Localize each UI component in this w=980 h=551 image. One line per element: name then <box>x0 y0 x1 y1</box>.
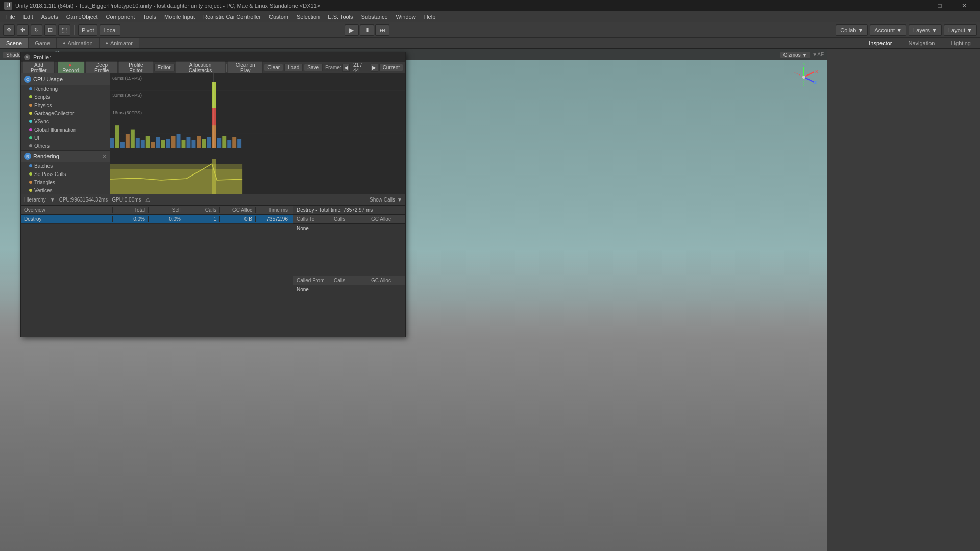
cpu-vsync-item[interactable]: VSync <box>21 117 110 126</box>
editor-btn[interactable]: Editor <box>154 64 175 71</box>
called-from-section: Called From Calls GC Alloc None <box>293 276 405 337</box>
svg-rect-43 <box>110 169 242 194</box>
add-profiler-btn[interactable]: Add Profiler <box>23 61 55 74</box>
fps-33-label: 33ms (30FPS) <box>112 93 142 98</box>
physics-dot <box>29 104 32 107</box>
cpu-section: C CPU Usage Rendering Scripts <box>21 73 110 151</box>
menu-substance[interactable]: Substance <box>357 13 392 21</box>
menu-file[interactable]: File <box>2 13 19 21</box>
cpu-physics-item[interactable]: Physics <box>21 101 110 109</box>
calls-total: Destroy - Total time: 73572.97 ms <box>293 206 405 215</box>
cpu-gi-item[interactable]: Global Illumination <box>21 126 110 134</box>
rendering-section-header[interactable]: R Rendering ✕ <box>21 151 110 162</box>
local-btn[interactable]: Local <box>100 24 120 36</box>
calls-dropdown[interactable]: ▼ <box>397 197 402 203</box>
vertices-item[interactable]: Vertices <box>21 186 110 194</box>
transform-handle-btn[interactable]: ✥ <box>3 24 15 36</box>
menu-help[interactable]: Help <box>420 13 440 21</box>
maximize-button[interactable]: □ <box>928 0 951 11</box>
clear-btn[interactable]: Clear <box>264 64 283 71</box>
gc-col: GC Alloc <box>368 216 405 222</box>
show-calls-label: Show Calls <box>370 197 395 203</box>
prev-frame-btn[interactable]: ◀ <box>342 64 350 72</box>
load-label: Load <box>288 65 299 70</box>
menu-es-tools[interactable]: E.S. Tools <box>324 13 357 21</box>
step-button[interactable]: ⏭ <box>375 24 389 36</box>
rendering-close-btn[interactable]: ✕ <box>102 153 107 160</box>
menu-tools[interactable]: Tools <box>139 13 160 21</box>
gizmos-btn[interactable]: Gizmos ▼ <box>780 52 811 58</box>
svg-text:X: X <box>815 69 818 74</box>
calls-to-section: Calls To Calls GC Alloc None <box>293 215 405 276</box>
setpass-item[interactable]: SetPass Calls <box>21 170 110 178</box>
vertices-dot <box>29 189 32 192</box>
destroy-row[interactable]: Destroy 0.0% 0.0% 1 0 B 73572.96 73572.9… <box>21 215 293 224</box>
menu-realistic-car[interactable]: Realistic Car Controller <box>199 13 265 21</box>
titlebar: U Unity 2018.1.1f1 (64bit) - Test_Bigger… <box>0 0 980 11</box>
menu-selection[interactable]: Selection <box>292 13 324 21</box>
pause-button[interactable]: ⏸ <box>360 24 374 36</box>
allocation-btn[interactable]: Allocation Callstacks <box>176 61 226 74</box>
inspector-label: Inspector <box>869 40 892 46</box>
tab-scene[interactable]: Scene <box>0 38 29 48</box>
minimize-button[interactable]: ─ <box>903 0 927 11</box>
tab-game[interactable]: Game <box>29 38 57 48</box>
cpu-others-item[interactable]: Others <box>21 142 110 150</box>
account-label: Account ▼ <box>874 27 902 33</box>
rotate-tool-btn[interactable]: ↻ <box>31 24 42 36</box>
tab-animation[interactable]: ● Animation <box>57 38 99 48</box>
aspect-label: ▼AF <box>812 52 824 58</box>
menu-edit[interactable]: Edit <box>19 13 37 21</box>
inspector-tab[interactable]: Inspector <box>863 40 898 46</box>
menu-assets[interactable]: Assets <box>37 13 62 21</box>
clear-on-play-btn[interactable]: Clear on Play <box>228 61 263 74</box>
chart-fps-labels: 66ms (15FPS) 33ms (30FPS) 16ms (60FPS) <box>112 76 142 128</box>
calls-total-text: Destroy - Total time: 73572.97 ms <box>297 207 373 213</box>
move-tool-btn[interactable]: ✤ <box>17 24 29 36</box>
cpu-section-header[interactable]: C CPU Usage <box>21 73 110 85</box>
cpu-ui-item[interactable]: UI <box>21 134 110 142</box>
rect-tool-btn[interactable]: ⬚ <box>58 24 70 36</box>
cpu-rendering-item[interactable]: Rendering <box>21 85 110 93</box>
load-btn[interactable]: Load <box>284 64 303 71</box>
scripts-dot <box>29 95 32 98</box>
col-self-ms: Self ms <box>291 207 293 213</box>
menu-component[interactable]: Component <box>102 13 139 21</box>
play-button[interactable]: ▶ <box>345 24 359 36</box>
menu-custom[interactable]: Custom <box>265 13 292 21</box>
close-button[interactable]: ✕ <box>952 0 976 11</box>
destroy-name: Destroy <box>21 216 113 222</box>
layout-dropdown[interactable]: Layout ▼ <box>944 24 977 36</box>
pivot-btn[interactable]: Pivot <box>78 24 97 36</box>
profiler-close-btn[interactable]: ✕ <box>24 54 30 60</box>
scene-viewport[interactable]: Shaded 2D ☀ 🔊 FX▼ Gizmos ▼ ▼AF X Y Z <box>0 49 827 551</box>
menu-mobile-input[interactable]: Mobile Input <box>160 13 199 21</box>
layers-dropdown[interactable]: Layers ▼ <box>909 24 942 36</box>
destroy-self: 0.0% <box>149 216 184 222</box>
navigation-tab[interactable]: Navigation <box>902 40 941 46</box>
scale-tool-btn[interactable]: ⊡ <box>44 24 56 36</box>
profiler-window: ✕ Profiler Add Profiler ● Record Deep Pr… <box>20 52 406 337</box>
batches-item[interactable]: Batches <box>21 162 110 170</box>
cpu-icon: C <box>24 76 31 83</box>
menu-gameobject[interactable]: GameObject <box>62 13 102 21</box>
tab-animator[interactable]: ● Animator <box>100 38 139 48</box>
menu-window[interactable]: Window <box>392 13 420 21</box>
fps-66-label: 66ms (15FPS) <box>112 76 142 81</box>
profiler-chart[interactable]: 66ms (15FPS) 33ms (30FPS) 16ms (60FPS) <box>110 73 405 194</box>
account-dropdown[interactable]: Account ▼ <box>870 24 906 36</box>
triangles-item[interactable]: Triangles <box>21 178 110 186</box>
next-frame-btn[interactable]: ▶ <box>371 64 378 72</box>
current-btn[interactable]: Current <box>379 64 403 71</box>
col-overview: Overview <box>21 207 113 213</box>
save-btn[interactable]: Save <box>304 64 323 71</box>
cpu-stats: CPU:99631544.32ms <box>59 197 108 203</box>
cpu-gc-item[interactable]: GarbageCollector <box>21 109 110 117</box>
cpu-scripts-item[interactable]: Scripts <box>21 93 110 101</box>
deep-profile-btn[interactable]: Deep Profile <box>85 61 118 74</box>
profile-editor-btn[interactable]: Profile Editor <box>119 61 153 74</box>
svg-line-0 <box>804 72 814 77</box>
collab-dropdown[interactable]: Collab ▼ <box>836 24 868 36</box>
lighting-tab[interactable]: Lighting <box>945 40 977 46</box>
record-btn[interactable]: ● Record <box>57 61 84 74</box>
